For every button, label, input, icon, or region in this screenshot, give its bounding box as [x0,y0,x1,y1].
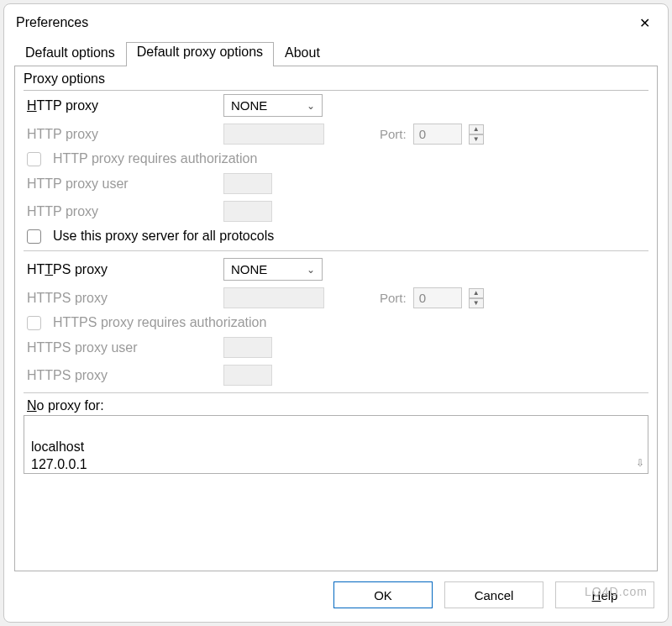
http-proxy-row: HTTP proxy NONE ⌄ [24,91,648,120]
tab-pane: Proxy options HTTP proxy NONE ⌄ HTTP pro… [14,66,658,571]
https-proxy-label: HTTPS proxy [24,262,217,277]
no-proxy-label: No proxy for: [24,398,648,413]
https-proxy-pass-input[interactable] [223,365,272,386]
chevron-down-icon: ⌄ [307,100,315,112]
http-proxy-user-row: HTTP proxy user [24,170,648,197]
http-proxy-user-label: HTTP proxy user [24,176,217,192]
http-proxy-port-spinner[interactable]: ▲ ▼ [469,124,484,145]
divider [24,250,648,251]
http-proxy-host-row: HTTP proxy Port: 0 ▲ ▼ [24,120,648,148]
http-proxy-pass-label: HTTP proxy [24,204,217,219]
http-proxy-auth-row: HTTP proxy requires authorization [24,148,648,170]
http-proxy-host-input[interactable] [223,124,324,145]
tab-about[interactable]: About [274,41,331,66]
http-proxy-pass-row: HTTP proxy [24,197,648,225]
https-proxy-pass-row: HTTPS proxy [24,361,648,389]
http-proxy-pass-input[interactable] [223,201,272,222]
cancel-button[interactable]: Cancel [444,581,543,608]
chevron-down-icon: ⌄ [307,264,315,276]
https-proxy-row: HTTPS proxy NONE ⌄ [24,255,648,284]
https-proxy-user-row: HTTPS proxy user [24,334,648,361]
window-title: Preferences [16,15,88,30]
https-proxy-pass-label: HTTPS proxy [24,368,217,383]
tab-strip: Default options Default proxy options Ab… [4,41,668,66]
divider [24,392,648,393]
ok-button[interactable]: OK [333,581,433,608]
https-proxy-auth-row: HTTPS proxy requires authorization [24,312,648,334]
https-proxy-auth-label: HTTPS proxy requires authorization [53,315,266,330]
group-title: Proxy options [24,71,648,87]
preferences-window: Preferences ✕ Default options Default pr… [3,3,669,623]
scroll-down-icon[interactable]: ⇩ [636,456,644,470]
https-proxy-host-row: HTTPS proxy Port: 0 ▲ ▼ [24,284,648,312]
http-proxy-auth-checkbox[interactable] [27,152,41,166]
spinner-down-icon[interactable]: ▼ [469,298,484,308]
https-proxy-user-label: HTTPS proxy user [24,340,217,355]
http-proxy-user-input[interactable] [223,173,272,194]
use-all-protocols-checkbox[interactable] [27,229,41,244]
http-proxy-label: HTTP proxy [24,98,217,113]
titlebar: Preferences ✕ [4,4,668,41]
close-icon: ✕ [639,15,650,31]
https-proxy-port-spinner[interactable]: ▲ ▼ [469,288,484,308]
use-all-protocols-label: Use this proxy server for all protocols [53,229,274,244]
http-proxy-select-value: NONE [231,98,267,113]
spinner-up-icon[interactable]: ▲ [469,124,484,134]
http-proxy-port-label: Port: [380,127,407,141]
tab-default-options[interactable]: Default options [14,41,126,66]
http-proxy-host-label: HTTP proxy [24,127,217,142]
http-proxy-select[interactable]: NONE ⌄ [223,94,323,117]
tab-default-proxy-options[interactable]: Default proxy options [126,42,274,66]
http-proxy-auth-label: HTTP proxy requires authorization [53,151,257,166]
http-proxy-port-input[interactable]: 0 [413,124,462,145]
https-proxy-select[interactable]: NONE ⌄ [223,258,323,281]
https-proxy-host-label: HTTPS proxy [24,291,217,306]
spinner-up-icon[interactable]: ▲ [469,288,484,298]
https-proxy-user-input[interactable] [223,337,272,358]
close-button[interactable]: ✕ [627,11,661,34]
proxy-group: HTTP proxy NONE ⌄ HTTP proxy Port: 0 ▲ ▼ [24,90,648,474]
use-all-protocols-row: Use this proxy server for all protocols [24,225,648,247]
https-proxy-select-value: NONE [231,262,267,276]
https-proxy-port-input[interactable]: 0 [413,287,462,308]
no-proxy-textarea[interactable]: localhost 127.0.0.1 ⇩ [24,415,648,474]
no-proxy-value: localhost 127.0.0.1 [31,439,87,472]
help-button[interactable]: Help [555,581,654,608]
https-proxy-auth-checkbox[interactable] [27,316,41,330]
https-proxy-host-input[interactable] [223,287,324,308]
button-bar: OK Cancel Help [4,571,668,622]
spinner-down-icon[interactable]: ▼ [469,134,484,145]
https-proxy-port-label: Port: [380,291,407,305]
